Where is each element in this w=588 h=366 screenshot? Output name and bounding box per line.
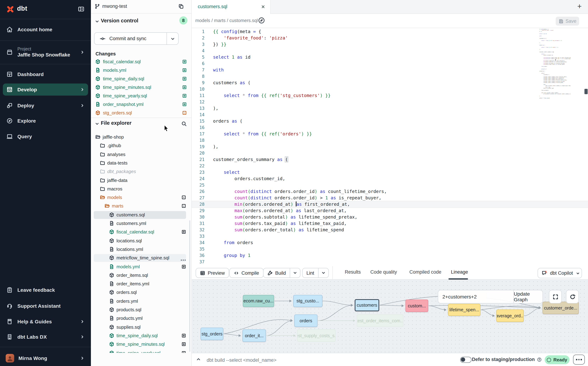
- code-line-25[interactable]: 25: [192, 182, 588, 188]
- sidebar-item-explore[interactable]: Explore: [3, 115, 88, 127]
- code-line-24[interactable]: 24 orders.customer_id,: [192, 175, 588, 182]
- tree-item-models[interactable]: models: [91, 194, 192, 202]
- stage-plus-icon[interactable]: [181, 264, 186, 269]
- code-line-33[interactable]: 33: [192, 233, 588, 239]
- tab-code-quality[interactable]: Code quality: [370, 269, 397, 275]
- sidebar-item-project[interactable]: ProjectJaffle Shop Snowflake: [3, 43, 88, 61]
- stage-plus-icon[interactable]: [182, 93, 187, 98]
- change-item-stg_orders.sql[interactable]: stg_orders.sql: [91, 109, 192, 116]
- file-explorer-header[interactable]: File explorer: [91, 118, 192, 129]
- change-item-time_spine_yearly.sql[interactable]: time_spine_yearly.sql: [91, 92, 192, 100]
- code-line-23[interactable]: 23 select: [192, 169, 588, 175]
- tree-item-locations.yml[interactable]: locations.yml: [91, 245, 192, 254]
- tree-item-jaffle-data[interactable]: jaffle-data: [91, 177, 192, 185]
- code-line-16[interactable]: 16: [192, 124, 588, 131]
- tree-item-models.yml[interactable]: models.yml: [91, 263, 192, 271]
- lineage-node-custom[interactable]: custom...: [405, 299, 428, 312]
- code-line-20[interactable]: 20: [192, 150, 588, 156]
- tree-item-dbt_packages[interactable]: dbt_packages: [91, 168, 192, 176]
- tree-item-time_spine_daily.sql[interactable]: time_spine_daily.sql: [91, 332, 192, 340]
- code-line-4[interactable]: 4: [192, 48, 588, 54]
- lineage-node-average[interactable]: average_ord...: [496, 310, 524, 322]
- user-menu[interactable]: Mirna Wong: [3, 351, 88, 365]
- explore-lineage-icon[interactable]: [258, 17, 265, 24]
- code-line-22[interactable]: 22: [192, 163, 588, 169]
- explorer-scrollbar[interactable]: [189, 220, 190, 352]
- code-line-1[interactable]: 1{{ config(meta = {: [192, 28, 588, 35]
- code-line-10[interactable]: 10: [192, 86, 588, 92]
- row-menu-icon[interactable]: [180, 257, 186, 259]
- code-line-31[interactable]: 31 sum(orders.tax_paid) as lifetime_tax_…: [192, 220, 588, 227]
- lineage-node-order_it[interactable]: order_it...: [243, 329, 266, 342]
- code-line-6[interactable]: 6: [192, 61, 588, 67]
- code-line-30[interactable]: 30 sum(orders.subtotal) as lifetime_spen…: [192, 214, 588, 220]
- code-line-29[interactable]: 29 max(orders.ordered_at) as last_ordere…: [192, 207, 588, 214]
- copy-branch-icon[interactable]: [178, 4, 184, 9]
- sidebar-item-leave-feedback[interactable]: Leave feedback: [3, 284, 88, 296]
- dbt-copilot-button[interactable]: dbt Copilot: [538, 268, 582, 278]
- tab-customers-sql[interactable]: customers.sql: [192, 0, 271, 14]
- lint-button[interactable]: Lint: [302, 268, 329, 278]
- more-options-button[interactable]: [573, 355, 585, 365]
- compile-button[interactable]: Compile: [229, 268, 263, 278]
- tree-item-time_spine_yearly.sql[interactable]: time_spine_yearly.sql: [91, 349, 192, 353]
- tree-item-macros[interactable]: macros: [91, 185, 192, 193]
- tree-item-products.yml[interactable]: products.yml: [91, 314, 192, 323]
- lineage-node-t_supply[interactable]: test_supply_costs_s...: [297, 329, 335, 342]
- tree-item-customers.yml[interactable]: customers.yml: [91, 220, 192, 228]
- lineage-node-stg_custo[interactable]: stg_custo...: [293, 295, 322, 307]
- build-button[interactable]: Build: [263, 268, 300, 278]
- info-icon[interactable]: [537, 357, 542, 362]
- sidebar-item-help-guides[interactable]: Help & Guides: [3, 316, 88, 328]
- tab-lineage[interactable]: Lineage: [451, 269, 468, 275]
- new-tab-button[interactable]: +: [576, 3, 583, 10]
- command-input[interactable]: [206, 355, 456, 365]
- code-line-13[interactable]: 13),: [192, 105, 588, 112]
- lineage-selector-input[interactable]: [438, 290, 514, 303]
- tree-item-orders.sql[interactable]: orders.sql: [91, 289, 192, 297]
- refresh-button[interactable]: [566, 290, 579, 304]
- code-line-14[interactable]: 14: [192, 112, 588, 118]
- code-line-8[interactable]: 8: [192, 73, 588, 80]
- commit-and-sync-button[interactable]: Commit and sync: [94, 32, 179, 45]
- code-line-18[interactable]: 18: [192, 137, 588, 144]
- collapse-sidebar-icon[interactable]: [78, 6, 84, 12]
- code-editor[interactable]: 1{{ config(meta = {2 'favorite_food': 'p…: [192, 28, 588, 266]
- stage-plus-icon[interactable]: [182, 59, 187, 64]
- lineage-node-stg_orders[interactable]: stg_orders: [201, 328, 223, 340]
- lineage-node-t_order_items[interactable]: test_order_items_com...: [357, 314, 403, 327]
- lineage-node-ecom[interactable]: ecom.raw_cu...: [243, 295, 274, 307]
- tree-item-order_items.sql[interactable]: order_items.sql: [91, 272, 192, 280]
- code-line-15[interactable]: 15orders as (: [192, 118, 588, 124]
- code-line-3[interactable]: 3}) }}: [192, 41, 588, 48]
- tree-item-jaffle-shop[interactable]: jaffle-shop: [91, 133, 192, 141]
- code-line-34[interactable]: 34 from orders: [192, 239, 588, 246]
- sidebar-item-develop[interactable]: Develop: [3, 84, 88, 96]
- code-line-17[interactable]: 17 select * from {{ ref('orders') }}: [192, 131, 588, 137]
- modified-dot-icon[interactable]: [181, 204, 186, 208]
- code-line-37[interactable]: 37: [192, 259, 588, 265]
- sidebar-item-support-assistant[interactable]: Support Assistant: [3, 300, 88, 312]
- close-icon[interactable]: [261, 5, 265, 9]
- change-item-models.yml[interactable]: models.yml: [91, 67, 192, 74]
- sidebar-item-dbt-labs-dx[interactable]: dbt Labs DX: [3, 331, 88, 343]
- change-item-order_snapshot.yml[interactable]: order_snapshot.yml: [91, 100, 192, 108]
- tree-item-time_spine_minutes.sql[interactable]: time_spine_minutes.sql: [91, 340, 192, 349]
- stage-plus-icon[interactable]: [181, 342, 186, 346]
- lint-options-chevron-icon[interactable]: [318, 268, 328, 277]
- sidebar-item-deploy[interactable]: Deploy: [3, 99, 88, 112]
- stage-plus-icon[interactable]: [181, 333, 186, 338]
- lineage-node-cust_orders[interactable]: customer_orde...: [543, 302, 579, 314]
- update-graph-button[interactable]: Update Graph: [514, 290, 543, 303]
- tree-item-metricflow_time_spine.sql[interactable]: metricflow_time_spine.sql: [91, 254, 192, 262]
- modified-dot-icon[interactable]: [181, 195, 186, 200]
- lineage-node-orders[interactable]: orders: [294, 314, 317, 327]
- sidebar-item-account-home[interactable]: Account home: [3, 23, 88, 36]
- lineage-node-customers[interactable]: customers: [355, 299, 379, 311]
- tree-item-data-tests[interactable]: data-tests: [91, 159, 192, 167]
- code-line-28[interactable]: 28 min(orders.ordered_at) as first_order…: [192, 201, 588, 208]
- version-control-header[interactable]: Version control 8: [91, 13, 192, 30]
- tree-item-customers.sql[interactable]: customers.sql: [91, 211, 192, 219]
- code-line-19[interactable]: 19),: [192, 144, 588, 150]
- code-line-21[interactable]: 21customer_orders_summary as (: [192, 156, 588, 163]
